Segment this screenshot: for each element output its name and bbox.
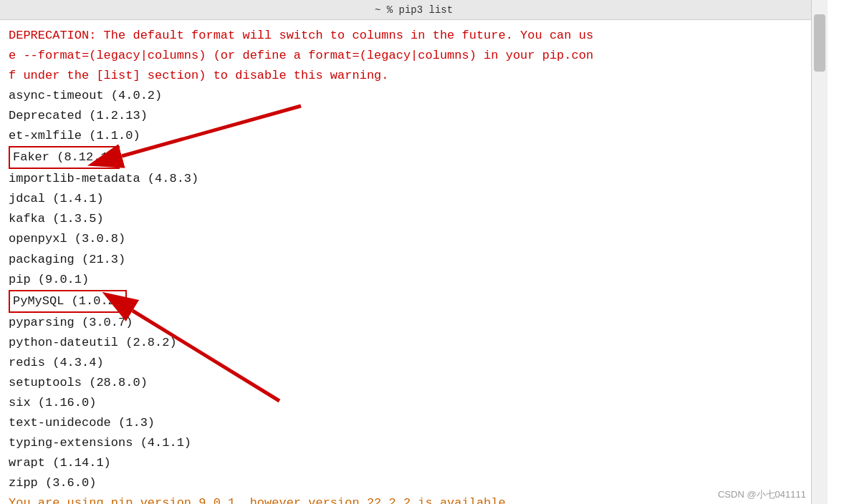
deprecation-line2: e --format=(legacy|columns) (or define a… [9,49,593,62]
scrollbar-thumb[interactable] [814,14,825,72]
terminal-window: ~ % pip3 list DEPRECATION: The default f… [0,0,828,504]
list-item: Deprecated (1.2.13) [9,106,819,126]
deprecation-line3: f under the [list] section) to disable t… [9,69,389,82]
deprecation-warning: DEPRECATION: The default format will swi… [9,26,819,86]
terminal-title: ~ % pip3 list [375,4,453,16]
watermark: CSDN @小七041111 [718,488,806,501]
list-item: pyparsing (3.0.7) [9,313,819,333]
list-item: typing-extensions (4.1.1) [9,433,819,453]
list-item: packaging (21.3) [9,250,819,270]
scrollbar-track[interactable] [811,0,828,504]
list-item-pymysql: PyMySQL (1.0.2) [9,290,819,313]
list-item: kafka (1.3.5) [9,209,819,229]
terminal-header: ~ % pip3 list [0,0,828,20]
list-item: jdcal (1.4.1) [9,189,819,209]
terminal-body: DEPRECATION: The default format will swi… [0,20,828,504]
list-item: zipp (3.6.0) [9,473,819,493]
list-item: et-xmlfile (1.1.0) [9,126,819,146]
list-item: text-unidecode (1.3) [9,413,819,433]
list-item: pip (9.0.1) [9,270,819,290]
deprecation-line1: DEPRECATION: The default format will swi… [9,29,593,42]
faker-highlighted: Faker (8.12.1) [9,146,120,169]
pip-version-warning: You are using pip version 9.0.1, however… [9,493,819,504]
package-list: async-timeout (4.0.2) Deprecated (1.2.13… [9,86,819,493]
list-item: async-timeout (4.0.2) [9,86,819,106]
list-item: wrapt (1.14.1) [9,453,819,473]
list-item: six (1.16.0) [9,393,819,413]
list-item: openpyxl (3.0.8) [9,229,819,249]
list-item: setuptools (28.8.0) [9,373,819,393]
list-item: redis (4.3.4) [9,353,819,373]
list-item: importlib-metadata (4.8.3) [9,169,819,189]
pip-warning-text: You are using pip version 9.0.1, however… [9,496,513,504]
list-item-faker: Faker (8.12.1) [9,146,819,169]
list-item: python-dateutil (2.8.2) [9,333,819,353]
pymysql-highlighted: PyMySQL (1.0.2) [9,290,127,313]
